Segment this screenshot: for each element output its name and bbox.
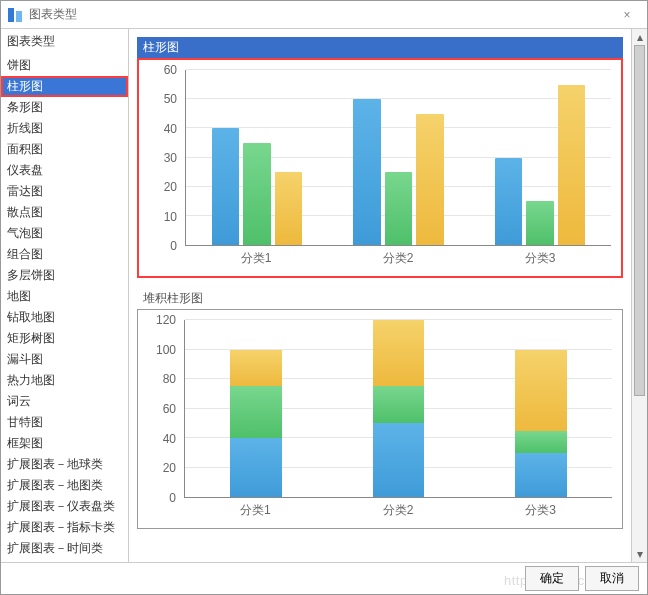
bar-segment: [230, 386, 282, 438]
panel-body: 020406080100120分类1分类2分类3: [137, 309, 623, 529]
bar-groups: [186, 70, 611, 245]
sidebar-item[interactable]: 多层饼图: [1, 265, 128, 286]
y-axis: 0102030405060: [141, 70, 181, 246]
sidebar-item[interactable]: 框架图: [1, 433, 128, 454]
sidebar: 图表类型 饼图柱形图条形图折线图面积图仪表盘雷达图散点图气泡图组合图多层饼图地图…: [1, 29, 129, 562]
bar-segment: [373, 320, 425, 386]
y-tick: 0: [140, 491, 176, 505]
sidebar-header: 图表类型: [1, 29, 128, 55]
bar-group: [469, 70, 611, 245]
sidebar-item[interactable]: 条形图: [1, 97, 128, 118]
y-tick: 80: [140, 372, 176, 386]
plot-area: [184, 320, 612, 498]
scroll-down-icon[interactable]: ▾: [632, 546, 647, 562]
sidebar-item[interactable]: 组合图: [1, 244, 128, 265]
y-tick: 60: [140, 402, 176, 416]
panel-title: 柱形图: [137, 37, 623, 58]
scroll-thumb[interactable]: [634, 45, 645, 396]
main: 柱形图0102030405060分类1分类2分类3堆积柱形图0204060801…: [129, 29, 647, 562]
bar-group: [186, 70, 328, 245]
chart-panel[interactable]: 堆积柱形图020406080100120分类1分类2分类3: [137, 288, 623, 529]
svg-rect-0: [8, 8, 14, 22]
sidebar-item[interactable]: 扩展图表－时间类: [1, 538, 128, 559]
bar: [353, 99, 380, 245]
panel-body: 0102030405060分类1分类2分类3: [137, 58, 623, 278]
stacked-bar: [373, 320, 425, 497]
sidebar-item[interactable]: 扩展图表－地图类: [1, 475, 128, 496]
y-tick: 40: [141, 122, 177, 136]
y-tick: 100: [140, 343, 176, 357]
bar: [212, 128, 239, 245]
window-title: 图表类型: [29, 6, 613, 23]
bar-segment: [515, 350, 567, 431]
y-tick: 50: [141, 92, 177, 106]
stacked-bar: [515, 320, 567, 497]
sidebar-item[interactable]: 散点图: [1, 202, 128, 223]
sidebar-item[interactable]: 面积图: [1, 139, 128, 160]
bar: [275, 172, 302, 245]
bar-group: [470, 320, 612, 497]
x-tick: 分类1: [185, 250, 327, 272]
y-tick: 40: [140, 432, 176, 446]
sidebar-item[interactable]: 词云: [1, 391, 128, 412]
footer: https://blog.csdn.net/ 确定 取消: [1, 562, 647, 594]
sidebar-item[interactable]: 饼图: [1, 55, 128, 76]
close-icon[interactable]: ×: [613, 8, 641, 22]
y-tick: 20: [141, 180, 177, 194]
y-tick: 120: [140, 313, 176, 327]
sidebar-item[interactable]: 柱形图: [1, 76, 128, 97]
scroll-up-icon[interactable]: ▴: [632, 29, 647, 45]
sidebar-item[interactable]: 气泡图: [1, 223, 128, 244]
sidebar-item[interactable]: 甘特图: [1, 412, 128, 433]
cancel-button[interactable]: 取消: [585, 566, 639, 591]
bar: [243, 143, 270, 245]
sidebar-item[interactable]: 热力地图: [1, 370, 128, 391]
vertical-scrollbar[interactable]: ▴ ▾: [631, 29, 647, 562]
bar-segment: [230, 350, 282, 387]
chart-panel[interactable]: 柱形图0102030405060分类1分类2分类3: [137, 37, 623, 278]
main-scroll: 柱形图0102030405060分类1分类2分类3堆积柱形图0204060801…: [129, 29, 631, 562]
x-tick: 分类1: [184, 502, 327, 524]
x-tick: 分类2: [327, 502, 470, 524]
bar-segment: [373, 386, 425, 423]
bar: [385, 172, 412, 245]
sidebar-item[interactable]: 扩展图表－地球类: [1, 454, 128, 475]
x-axis: 分类1分类2分类3: [184, 502, 612, 524]
bar-segment: [515, 431, 567, 453]
scroll-track[interactable]: [632, 45, 647, 546]
sidebar-item[interactable]: 雷达图: [1, 181, 128, 202]
y-tick: 60: [141, 63, 177, 77]
bar-groups: [185, 320, 612, 497]
sidebar-item[interactable]: 仪表盘: [1, 160, 128, 181]
bar: [495, 158, 522, 246]
panel-title: 堆积柱形图: [137, 288, 623, 309]
sidebar-list: 饼图柱形图条形图折线图面积图仪表盘雷达图散点图气泡图组合图多层饼图地图钻取地图矩…: [1, 55, 128, 562]
plot-area: [185, 70, 611, 246]
sidebar-item[interactable]: 漏斗图: [1, 349, 128, 370]
sidebar-item[interactable]: 扩展图表－仪表盘类: [1, 496, 128, 517]
sidebar-item[interactable]: 地图: [1, 286, 128, 307]
x-tick: 分类3: [469, 502, 612, 524]
sidebar-item[interactable]: 钻取地图: [1, 307, 128, 328]
bar-segment: [230, 438, 282, 497]
y-tick: 30: [141, 151, 177, 165]
titlebar: 图表类型 ×: [1, 1, 647, 29]
y-axis: 020406080100120: [140, 320, 180, 498]
sidebar-item[interactable]: 扩展图表－指标卡类: [1, 517, 128, 538]
sidebar-item[interactable]: 矩形树图: [1, 328, 128, 349]
bar-group: [185, 320, 327, 497]
bar-segment: [515, 453, 567, 497]
app-icon: [7, 7, 23, 23]
bar-group: [328, 70, 470, 245]
ok-button[interactable]: 确定: [525, 566, 579, 591]
dialog-body: 图表类型 饼图柱形图条形图折线图面积图仪表盘雷达图散点图气泡图组合图多层饼图地图…: [1, 29, 647, 562]
dialog-chart-type: 图表类型 × 图表类型 饼图柱形图条形图折线图面积图仪表盘雷达图散点图气泡图组合…: [0, 0, 648, 595]
bar: [526, 201, 553, 245]
stacked-bar: [230, 320, 282, 497]
bar-segment: [373, 423, 425, 497]
bar: [416, 114, 443, 245]
x-axis: 分类1分类2分类3: [185, 250, 611, 272]
sidebar-item[interactable]: 折线图: [1, 118, 128, 139]
bar-group: [327, 320, 469, 497]
y-tick: 20: [140, 461, 176, 475]
